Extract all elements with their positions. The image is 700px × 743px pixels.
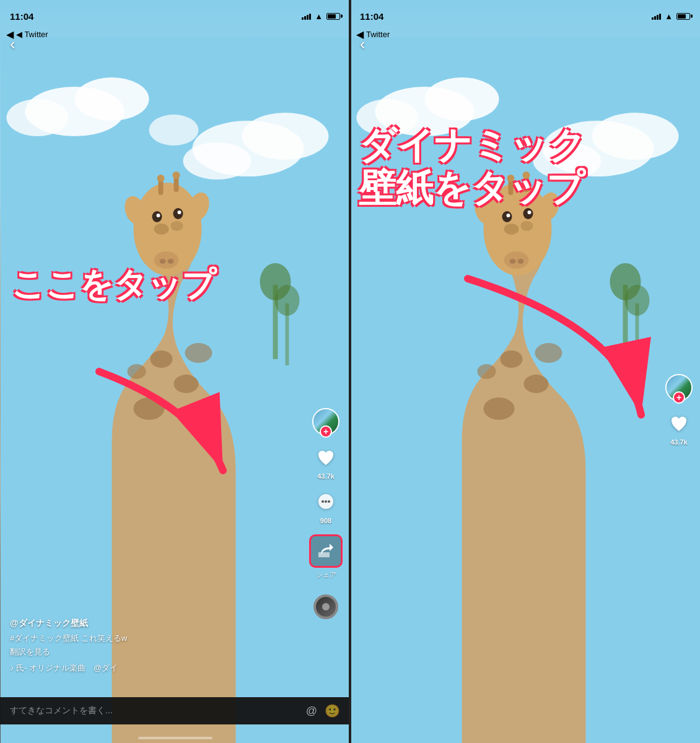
status-bar-left: 11:04 ▲ <box>0 0 350 27</box>
svg-point-24 <box>172 172 180 179</box>
big-text-left: ここをタップ <box>11 266 216 303</box>
svg-point-16 <box>156 214 160 217</box>
svg-point-32 <box>274 285 299 316</box>
svg-point-20 <box>167 259 173 264</box>
emoji-icon-left[interactable]: 🙂 <box>325 703 340 718</box>
right-screen: 11:04 ▲ ◀ Twitter ‹ ダイナミック 壁紙をタップ <box>350 0 700 743</box>
left-screen: 11:04 ▲ ◀ ◀ Twitter ‹ ここをタップ <box>0 0 350 743</box>
comment-bar-left: すてきなコメントを書く... @ 🙂 <box>0 697 350 724</box>
music-disc-left[interactable] <box>313 594 338 619</box>
like-count-right: 43.7k <box>670 438 688 446</box>
like-count-left: 43.7k <box>317 472 335 480</box>
svg-point-27 <box>154 224 168 235</box>
svg-point-19 <box>159 259 165 264</box>
at-icon-left[interactable]: @ <box>306 705 317 718</box>
svg-point-37 <box>328 500 330 503</box>
signal-icon-left <box>302 12 311 20</box>
wifi-icon-left: ▲ <box>315 12 323 21</box>
svg-point-35 <box>322 500 324 503</box>
twitter-label-left: ◀ Twitter <box>16 30 48 39</box>
action-sidebar-left: + 43.7k 908 <box>309 408 343 619</box>
svg-point-53 <box>506 214 510 217</box>
music-info-left: ♪ 氏- オリジナル楽曲 @ダイ <box>10 663 303 674</box>
battery-icon-left <box>326 13 340 20</box>
translate-left[interactable]: 翻訳を見る <box>10 646 303 658</box>
avatar-left[interactable]: + <box>312 408 339 435</box>
comment-input-left[interactable]: すてきなコメントを書く... <box>10 705 299 716</box>
status-bar-right: 11:04 ▲ <box>350 0 700 27</box>
svg-point-40 <box>424 77 499 121</box>
svg-point-3 <box>6 99 68 136</box>
svg-point-36 <box>325 500 327 503</box>
big-text-right: ダイナミック 壁紙をタップ <box>359 124 585 209</box>
follow-badge-left[interactable]: + <box>320 425 332 438</box>
time-right: 11:04 <box>360 11 383 22</box>
back-button-left[interactable]: ‹ <box>10 35 15 54</box>
svg-point-56 <box>509 259 515 264</box>
svg-point-65 <box>520 221 533 231</box>
wifi-icon-right: ▲ <box>665 12 673 21</box>
signal-icon-right <box>652 12 661 20</box>
twitter-label-right: Twitter <box>366 30 390 39</box>
comment-count-left: 908 <box>320 517 331 524</box>
action-sidebar-right: + 43.7k <box>665 374 693 446</box>
share-label-left: シェア <box>316 570 336 580</box>
battery-icon-right <box>676 13 690 20</box>
username-left: @ダイナミック壁紙 <box>10 618 303 629</box>
screen-divider <box>349 0 351 743</box>
arrow-left <box>74 359 248 495</box>
time-left: 11:04 <box>10 11 33 22</box>
share-button-left[interactable]: シェア <box>309 534 343 580</box>
home-indicator-left <box>138 737 212 739</box>
svg-point-57 <box>517 259 523 264</box>
like-button-left[interactable]: 43.7k <box>313 445 338 480</box>
svg-point-7 <box>149 115 198 146</box>
svg-point-64 <box>504 224 518 235</box>
hashtag-left: #ダイナミック壁紙 これ笑えるw <box>10 633 303 644</box>
svg-point-54 <box>527 211 531 214</box>
bottom-overlay-left: @ダイナミック壁紙 #ダイナミック壁紙 これ笑えるw 翻訳を見る ♪ 氏- オリ… <box>0 610 313 681</box>
comment-button-left[interactable]: 908 <box>313 490 338 524</box>
svg-point-43 <box>592 113 678 160</box>
svg-point-22 <box>157 175 164 182</box>
svg-point-17 <box>177 211 181 214</box>
svg-point-28 <box>170 221 183 231</box>
arrow-right <box>449 266 660 440</box>
svg-point-5 <box>242 113 328 160</box>
avatar-right[interactable]: + <box>665 374 693 401</box>
back-button-right[interactable]: ‹ <box>360 35 365 54</box>
svg-point-2 <box>74 77 149 121</box>
svg-point-6 <box>183 142 251 180</box>
like-button-right[interactable]: 43.7k <box>667 411 691 446</box>
follow-badge-right[interactable]: + <box>673 391 685 404</box>
